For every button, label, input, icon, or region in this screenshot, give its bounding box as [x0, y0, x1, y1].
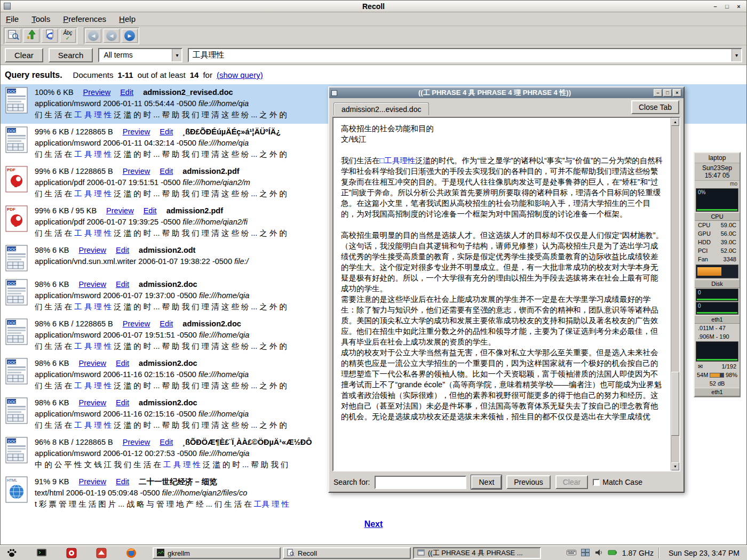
result-url: file:///home/qia: [198, 410, 249, 418]
preview-titlebar[interactable]: ((工 PHRASE 4 具 PHRASE 4 理 PHRASE 4 性)) –…: [329, 87, 684, 98]
workspace-pager-icon[interactable]: [581, 549, 590, 558]
result-preview-link[interactable]: Preview: [79, 280, 107, 289]
taskbar-clock[interactable]: Sun Sep 23, 3:47 PM: [664, 549, 744, 557]
preview-scrollbar[interactable]: ▲ ▼: [671, 118, 679, 470]
task-gkrellm[interactable]: gkrellm: [153, 547, 281, 559]
firefox-icon[interactable]: [125, 547, 138, 559]
next-page-button[interactable]: ▶: [122, 29, 138, 43]
find-next-button[interactable]: Next: [471, 475, 502, 489]
preview-maximize-button[interactable]: □: [663, 89, 672, 97]
snippet-text: 泛 滥 的 时 ... 帮 助 我 们 理 清 这 些 纷 ... 之 外 的: [112, 150, 287, 158]
sensor-row: Fan3348: [695, 255, 740, 263]
scrollbar-thumb[interactable]: [671, 372, 679, 436]
result-edit-link[interactable]: Edit: [116, 246, 129, 254]
result-preview-link[interactable]: Preview: [79, 398, 107, 407]
red-tools-icon[interactable]: [65, 547, 78, 559]
window-title: Recoll: [1, 2, 746, 11]
next-page-link[interactable]: Next: [364, 519, 383, 529]
window-titlebar[interactable]: Recoll – □ ×: [1, 1, 746, 12]
result-url: file:///home/qia: [198, 370, 249, 379]
result-preview-link[interactable]: Preview: [79, 246, 107, 254]
result-edit-link[interactable]: Edit: [116, 359, 129, 367]
close-tab-button[interactable]: Close Tab: [631, 100, 679, 114]
find-previous-button[interactable]: Previous: [506, 475, 550, 489]
snippet-text: 们 生 活 在: [35, 110, 74, 119]
memory-used: 54M: [697, 372, 708, 378]
menu-file[interactable]: File: [6, 14, 19, 23]
document-history-button[interactable]: [5, 29, 21, 43]
term-explorer-button[interactable]: Âbç ✓: [60, 29, 76, 43]
show-query-link[interactable]: (show query): [217, 70, 263, 79]
result-edit-link[interactable]: Edit: [160, 319, 173, 328]
document-magnifier-icon: [7, 29, 19, 42]
query-input[interactable]: [189, 51, 732, 60]
search-button[interactable]: Search: [49, 48, 93, 62]
scroll-up-icon[interactable]: ▲: [671, 118, 679, 126]
task-recoll[interactable]: Recoll: [283, 547, 411, 559]
snippet-text: 工 具 理 性: [163, 460, 201, 469]
document-filter-button[interactable]: [42, 29, 58, 43]
result-preview-link[interactable]: Preview: [79, 477, 107, 486]
find-input[interactable]: [375, 476, 466, 489]
volume-row: 52 dB: [695, 379, 740, 388]
paw-icon[interactable]: [5, 547, 18, 559]
window-icon: [4, 3, 11, 10]
terminal-icon[interactable]: [35, 547, 48, 559]
menu-tools[interactable]: Tools: [31, 14, 50, 23]
preview-close-button[interactable]: ×: [673, 89, 681, 97]
result-preview-link[interactable]: Preview: [123, 319, 150, 328]
result-edit-link[interactable]: Edit: [116, 477, 129, 486]
fan-meter: [696, 265, 738, 278]
speaker-icon[interactable]: [594, 548, 603, 558]
mail-row: ✉ 1/192: [695, 362, 740, 371]
result-edit-link[interactable]: Edit: [116, 280, 129, 289]
result-preview-link[interactable]: Preview: [79, 359, 107, 367]
find-clear-button[interactable]: Clear: [555, 475, 588, 489]
sort-parameters-button[interactable]: [23, 29, 39, 43]
result-edit-link[interactable]: Edit: [160, 167, 173, 175]
preview-text[interactable]: 高校招生的社会功能和目的文/钱江我们生活在□工具理性泛滥的时代。作为“世之显学”…: [333, 118, 670, 470]
result-relevance-size: 96% 8 KB / 1228865 B: [35, 438, 113, 446]
minimize-button[interactable]: –: [711, 2, 720, 10]
result-preview-link[interactable]: Preview: [106, 206, 134, 215]
keyboard-icon[interactable]: [567, 549, 576, 557]
task-preview-phrase[interactable]: ((工 PHRASE 4 具 PHRASE ...: [413, 547, 541, 559]
combo-arrow-icon[interactable]: ▾: [172, 49, 181, 61]
snippet-text: 泛 滥 的 时 ... 帮 助 我 们 理 清 这 些 纷 ... 之 外 的: [112, 342, 287, 350]
result-edit-link[interactable]: Edit: [144, 206, 157, 215]
preview-paragraph: 成功的校友对于公立大学当然有益无害，但不像对私立大学那么至关重要。但是选入未来社…: [341, 347, 665, 422]
maximize-button[interactable]: □: [722, 2, 732, 10]
red-app-icon[interactable]: [95, 547, 108, 559]
prev-page-button[interactable]: ◀: [104, 29, 120, 43]
preview-minimize-button[interactable]: –: [654, 89, 662, 97]
search-mode-combo[interactable]: All terms ▾: [98, 48, 182, 62]
result-mime-date: application/msword 2006-01-07 19:37:00 -…: [35, 291, 199, 300]
menu-preferences[interactable]: Preferences: [63, 14, 106, 23]
snippet-text: 们 生 活 在: [35, 342, 74, 350]
result-relevance-size: 98% 6 KB: [35, 246, 69, 254]
result-preview-link[interactable]: Preview: [123, 127, 150, 136]
result-edit-link[interactable]: Edit: [160, 438, 173, 446]
query-history-arrow-icon[interactable]: ▾: [732, 49, 741, 61]
scroll-down-icon[interactable]: ▼: [671, 462, 679, 470]
result-edit-link[interactable]: Edit: [116, 398, 129, 407]
disk-write-graph: 0: [696, 302, 738, 315]
menu-help[interactable]: Help: [119, 14, 136, 23]
battery-icon[interactable]: [608, 549, 617, 557]
match-case-option[interactable]: Match Case: [593, 478, 642, 486]
result-edit-link[interactable]: Edit: [160, 127, 173, 136]
menubar: File Tools Preferences Help: [1, 12, 746, 26]
scrollbar-track[interactable]: [671, 126, 679, 462]
result-preview-link[interactable]: Preview: [83, 88, 111, 97]
clear-button[interactable]: Clear: [5, 48, 43, 62]
wireless-header: eth1: [695, 388, 740, 396]
result-edit-link[interactable]: Edit: [120, 88, 133, 97]
pdf-file-icon: PDF: [5, 205, 35, 239]
preview-tab[interactable]: admission2...evised.doc: [333, 102, 429, 115]
match-case-checkbox[interactable]: [593, 479, 600, 486]
network-rx-row: .011M - 47: [695, 324, 740, 332]
first-page-button[interactable]: ◀: [85, 29, 101, 43]
close-button[interactable]: ×: [734, 2, 743, 10]
result-preview-link[interactable]: Preview: [123, 167, 150, 175]
result-preview-link[interactable]: Preview: [123, 438, 150, 446]
